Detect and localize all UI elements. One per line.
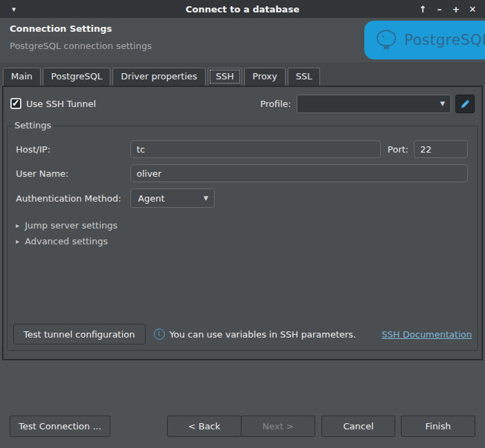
host-label: Host/IP: [16,144,130,155]
use-ssh-tunnel-checkbox[interactable]: Use SSH Tunnel [10,98,96,109]
chevron-down-icon: ▼ [198,195,214,202]
tab-postgresql[interactable]: PostgreSQL [43,68,110,86]
info-icon: i [154,329,165,340]
port-label: Port: [388,144,408,155]
close-icon[interactable]: ✕ [466,4,479,14]
expander-arrow-icon: ▸ [16,222,19,229]
profile-label: Profile: [260,99,291,109]
window-title: Connect to a database [0,4,485,14]
expander-arrow-icon: ▸ [16,237,19,245]
user-row: User Name: [16,164,468,182]
ssh-tab-panel: Use SSH Tunnel Profile: ▼ Settings Host/… [2,86,483,360]
tab-driver-properties[interactable]: Driver properties [112,68,205,86]
auth-method-combobox[interactable]: Agent ▼ [130,188,215,208]
tab-ssh[interactable]: SSH [208,68,242,86]
postgresql-brand-text: PostgreSQL [404,32,485,48]
advanced-settings-expander[interactable]: ▸ Advanced settings [16,236,477,246]
pencil-icon [460,99,471,109]
profile-combobox-input[interactable] [297,99,435,109]
user-name-label: User Name: [16,168,130,179]
rollup-icon[interactable]: ↑ [416,4,430,14]
auth-method-value: Agent [138,193,164,204]
user-name-input[interactable] [130,164,468,182]
test-tunnel-configuration-button[interactable]: Test tunnel configuration [13,324,146,344]
window-controls: ↑ – + ✕ [416,4,485,14]
settings-group-label: Settings [12,120,54,130]
tab-main[interactable]: Main [3,68,41,86]
ssh-variables-hint: You can use variables in SSH parameters. [170,329,356,340]
postgresql-brand-banner: PostgreSQL [364,21,485,59]
title-bar: ▾ Connect to a database ↑ – + ✕ [0,0,485,18]
advanced-settings-label: Advanced settings [25,236,108,246]
group-bottom-row: Test tunnel configuration i You can use … [13,324,472,344]
use-ssh-tunnel-label: Use SSH Tunnel [26,99,96,109]
host-input[interactable] [130,140,381,158]
next-button: Next > [241,416,315,437]
settings-group: Settings Host/IP: Port: User Name: Authe… [7,126,478,351]
jump-server-settings-expander[interactable]: ▸ Jump server settings [16,220,477,231]
chevron-down-icon: ▼ [435,100,451,107]
back-button[interactable]: < Back [167,416,241,437]
edit-profiles-button[interactable] [455,95,475,113]
tab-proxy[interactable]: Proxy [244,68,286,86]
jump-server-settings-label: Jump server settings [25,220,117,231]
tab-ssl[interactable]: SSL [288,68,321,86]
cancel-button[interactable]: Cancel [321,416,395,437]
tunnel-row: Use SSH Tunnel Profile: ▼ [10,94,475,113]
page-title: Connection Settings [10,23,112,34]
auth-method-label: Authentication Method: [16,193,130,204]
host-row: Host/IP: Port: [16,140,468,158]
use-ssh-tunnel-checkbox-input[interactable] [10,98,21,109]
postgresql-elephant-icon [374,27,399,54]
minimize-icon[interactable]: – [433,4,446,14]
page-subtitle: PostgreSQL connection settings [10,41,152,51]
ssh-documentation-link[interactable]: SSH Documentation [382,329,472,340]
auth-method-row: Authentication Method: Agent ▼ [16,188,468,208]
test-connection-button[interactable]: Test Connection ... [10,416,110,437]
dialog-header: Connection Settings PostgreSQL connectio… [0,18,485,62]
port-input[interactable] [414,140,468,158]
tab-bar: Main PostgreSQL Driver properties SSH Pr… [0,62,485,86]
dialog-footer: Test Connection ... < Back Next > Cancel… [0,409,485,442]
finish-button[interactable]: Finish [401,416,475,437]
connect-dialog: ▾ Connect to a database ↑ – + ✕ Connecti… [0,0,485,448]
profile-combobox[interactable]: ▼ [297,95,451,113]
maximize-icon[interactable]: + [449,4,463,14]
